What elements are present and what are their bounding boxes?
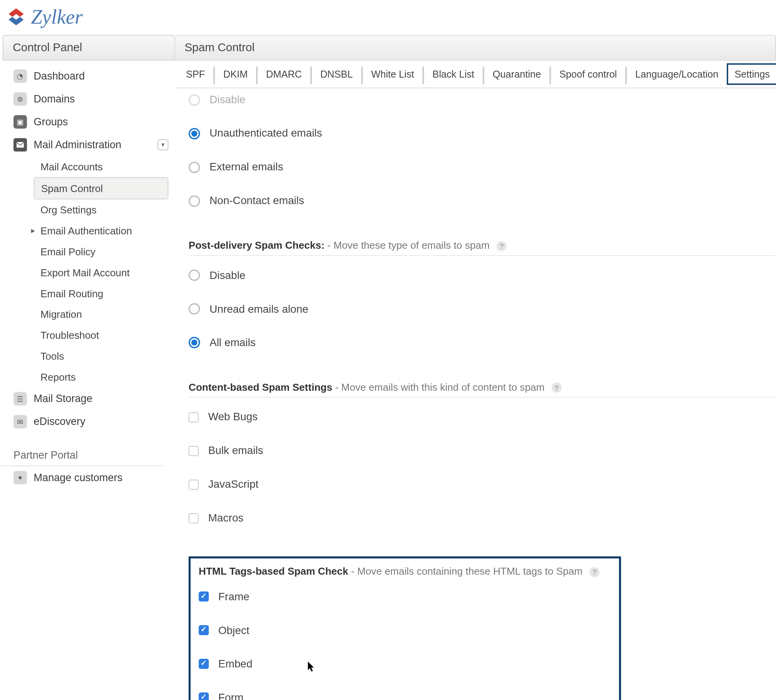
radio-option-unread-emails-alone[interactable]: Unread emails alone [189,296,776,330]
radio-icon[interactable] [189,303,200,315]
checkbox-icon[interactable] [189,412,199,422]
post-delivery-heading: Post-delivery Spam Checks: - Move these … [189,226,776,256]
radio-option-pd-disable[interactable]: Disable [189,262,776,296]
sidebar-item-label: Groups [34,116,68,128]
sidebar-item-mail-storage[interactable]: ☰ Mail Storage [0,387,175,410]
html-tags-section-highlighted: HTML Tags-based Spam Check - Move emails… [189,556,621,700]
option-label: Web Bugs [208,411,258,423]
main-panel: Spam Control SPF| DKIM| DMARC| DNSBL| Wh… [175,35,776,700]
radio-icon[interactable] [189,128,200,139]
sidebar-sub-migration[interactable]: Migration [16,304,175,325]
sidebar-sub-troubleshoot[interactable]: Troubleshoot [16,325,175,346]
radio-option-all-emails[interactable]: All emails [189,330,776,364]
html-tags-options: Frame Object Embed Form [199,582,611,700]
sidebar-item-label: eDiscovery [34,416,85,428]
option-label: Bulk emails [208,445,263,457]
checkbox-icon[interactable] [189,479,199,489]
sidebar-sub-reports[interactable]: Reports [16,366,175,387]
checkbox-icon[interactable] [199,659,209,669]
page-title: Spam Control [175,35,776,61]
help-icon[interactable]: ? [551,383,561,393]
radio-option-non-contact-emails[interactable]: Non-Contact emails [189,188,776,222]
tab-quarantine[interactable]: Quarantine [487,63,546,85]
radio-icon[interactable] [189,337,200,348]
option-label: External emails [210,161,283,173]
tab-black-list[interactable]: Black List [427,63,480,85]
checkbox-option-embed[interactable]: Embed [199,651,611,685]
sidebar-title: Control Panel [3,35,175,61]
radio-icon[interactable] [189,269,200,281]
radio-icon[interactable] [189,161,200,173]
chevron-down-icon[interactable]: ▾ [158,139,168,150]
radio-icon[interactable] [189,195,200,207]
sidebar-item-label: Manage customers [34,471,123,483]
radio-icon[interactable] [189,94,200,106]
sidebar-item-groups[interactable]: ▣ Groups [0,111,175,133]
checkbox-option-bulk-emails[interactable]: Bulk emails [189,438,776,472]
checkbox-option-frame[interactable]: Frame [199,584,611,617]
sidebar-sub-mail-accounts[interactable]: Mail Accounts [16,156,175,177]
section-title: Content-based Spam Settings [189,381,332,393]
tab-spf[interactable]: SPF [180,63,210,85]
brand-name: Zylker [31,5,83,28]
checkbox-icon[interactable] [189,513,199,523]
help-icon[interactable]: ? [589,567,599,577]
checkbox-icon[interactable] [199,693,209,700]
option-label: JavaScript [208,478,258,490]
section-subtitle: - Move these type of emails to spam [327,239,490,251]
help-icon[interactable]: ? [496,241,506,251]
tab-language-location[interactable]: Language/Location [630,63,724,85]
radio-option-external-emails[interactable]: External emails [189,154,776,188]
checkbox-option-web-bugs[interactable]: Web Bugs [189,404,776,438]
checkbox-icon[interactable] [199,591,209,601]
tabs-bar: SPF| DKIM| DMARC| DNSBL| White List| Bla… [175,61,776,88]
sidebar-item-label: Mail Administration [34,139,121,151]
sidebar-item-label: Domains [34,93,75,105]
option-label: Unread emails alone [210,303,308,315]
sidebar-sub-spam-control[interactable]: Spam Control [34,177,168,199]
html-tags-heading: HTML Tags-based Spam Check - Move emails… [199,565,611,582]
option-label: Frame [218,591,249,603]
sidebar-item-mail-administration[interactable]: Mail Administration ▾ [0,133,175,156]
tab-spoof-control[interactable]: Spoof control [554,63,622,85]
sidebar-sub-email-routing[interactable]: Email Routing [16,283,175,304]
sidebar-sub-export-mail-account[interactable]: Export Mail Account [16,262,175,283]
tab-dnsbl[interactable]: DNSBL [315,63,359,85]
users-icon: ▣ [14,115,27,129]
sidebar-sub-tools[interactable]: Tools [16,346,175,367]
sidebar-sub-email-policy[interactable]: Email Policy [16,241,175,262]
storage-icon: ☰ [14,392,27,405]
checkbox-icon[interactable] [189,445,199,456]
tab-white-list[interactable]: White List [366,63,419,85]
tab-dkim[interactable]: DKIM [218,63,253,85]
tab-settings[interactable]: Settings [726,63,776,85]
sidebar-sub-org-settings[interactable]: Org Settings [16,199,175,220]
option-label: Embed [218,658,252,670]
checkbox-option-object[interactable]: Object [199,617,611,651]
checkbox-option-form[interactable]: Form [199,685,611,700]
checkbox-option-macros[interactable]: Macros [189,505,776,539]
settings-content: Disable Unauthenticated emails External … [175,88,776,700]
tab-dmarc[interactable]: DMARC [261,63,307,85]
sidebar-item-dashboard[interactable]: ◔ Dashboard [0,65,175,88]
gauge-icon: ◔ [14,69,27,83]
checkbox-icon[interactable] [199,625,209,635]
sidebar-item-domains[interactable]: ⊚ Domains [0,88,175,111]
sidebar-item-label: Mail Storage [34,393,92,405]
section-subtitle: - Move emails containing these HTML tags… [351,565,583,577]
option-label: Form [218,691,243,700]
sidebar-sub-email-authentication[interactable]: Email Authentication [16,220,175,241]
radio-option-disable[interactable]: Disable [189,94,776,120]
sidebar: Control Panel ◔ Dashboard ⊚ Domains ▣ Gr… [0,35,175,700]
brand-bar: Zylker [0,0,776,35]
option-label: Disable [210,94,246,106]
section-subtitle: - Move emails with this kind of content … [335,381,545,393]
content-based-options: Web Bugs Bulk emails JavaScript Macros [189,397,776,543]
section-title: HTML Tags-based Spam Check [199,565,348,577]
sidebar-item-ediscovery[interactable]: ✉ eDiscovery [0,410,175,433]
svg-rect-3 [17,142,24,148]
radio-option-unauthenticated-emails[interactable]: Unauthenticated emails [189,121,776,154]
option-label: All emails [210,336,256,348]
checkbox-option-javascript[interactable]: JavaScript [189,471,776,505]
sidebar-item-manage-customers[interactable]: ✦ Manage customers [0,466,175,489]
